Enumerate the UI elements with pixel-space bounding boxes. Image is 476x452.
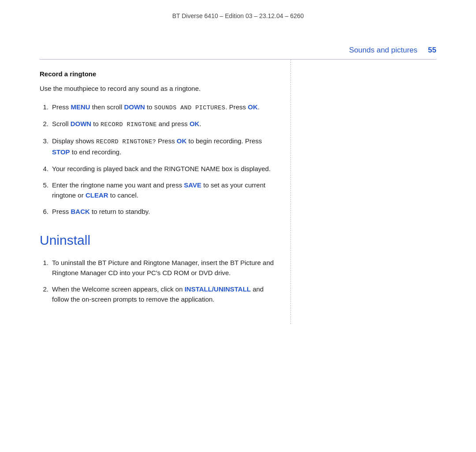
step-1-text: Press MENU then scroll DOWN to SOUNDS AN…	[52, 102, 277, 113]
section-title: Sounds and pictures	[349, 46, 417, 55]
step-5-text: Enter the ringtone name you want and pre…	[52, 180, 277, 201]
keyword-down-2: DOWN	[71, 120, 92, 127]
step-2-num: 2.	[40, 119, 48, 130]
uninstall-step-1-num: 1.	[40, 258, 48, 278]
step-3-text: Display shows RECORD RINGTONE? Press OK …	[52, 136, 277, 157]
step-4: 4. Your recording is played back and the…	[40, 164, 277, 174]
display-record-ringtone-q: RECORD RINGTONE?	[96, 138, 156, 145]
uninstall-step-1-text: To uninstall the BT Picture and Ringtone…	[52, 258, 277, 278]
uninstall-steps: 1. To uninstall the BT Picture and Ringt…	[40, 258, 277, 305]
page-header: BT Diverse 6410 – Edition 03 – 23.12.04 …	[0, 0, 476, 19]
step-4-text: Your recording is played back and the RI…	[52, 164, 277, 174]
keyword-clear: CLEAR	[86, 191, 108, 199]
display-sounds-pictures: SOUNDS AND PICTURES	[154, 105, 226, 111]
keyword-save: SAVE	[184, 181, 201, 189]
step-1: 1. Press MENU then scroll DOWN to SOUNDS…	[40, 102, 277, 113]
step-2-text: Scroll DOWN to RECORD RINGTONE and press…	[52, 119, 277, 130]
record-ringtone-heading: Record a ringtone	[40, 70, 277, 78]
keyword-ok-1: OK	[248, 103, 258, 111]
step-1-num: 1.	[40, 102, 48, 113]
section-title-bar: Sounds and pictures 55	[0, 19, 476, 55]
keyword-back: BACK	[71, 208, 90, 215]
step-2: 2. Scroll DOWN to RECORD RINGTONE and pr…	[40, 119, 277, 130]
header-title: BT Diverse 6410 – Edition 03 – 23.12.04 …	[172, 12, 304, 19]
step-6-text: Press BACK to return to standby.	[52, 206, 277, 217]
keyword-down-1: DOWN	[124, 103, 145, 111]
step-3-num: 3.	[40, 136, 48, 157]
keyword-ok-3: OK	[177, 137, 187, 145]
uninstall-step-1: 1. To uninstall the BT Picture and Ringt…	[40, 258, 277, 278]
step-5: 5. Enter the ringtone name you want and …	[40, 180, 277, 201]
keyword-stop: STOP	[52, 148, 70, 156]
uninstall-step-2-num: 2.	[40, 284, 48, 305]
content-layout: Record a ringtone Use the mouthpiece to …	[40, 60, 436, 324]
step-6: 6. Press BACK to return to standby.	[40, 206, 277, 217]
record-ringtone-steps: 1. Press MENU then scroll DOWN to SOUNDS…	[40, 102, 277, 217]
keyword-ok-2: OK	[190, 120, 200, 127]
keyword-menu: MENU	[71, 103, 90, 111]
step-4-num: 4.	[40, 164, 48, 174]
record-ringtone-intro: Use the mouthpiece to record any sound a…	[40, 84, 277, 94]
page-container: BT Diverse 6410 – Edition 03 – 23.12.04 …	[0, 0, 476, 452]
uninstall-step-2-text: When the Welcome screen appears, click o…	[52, 284, 277, 305]
step-5-num: 5.	[40, 180, 48, 201]
step-6-num: 6.	[40, 206, 48, 217]
main-column: Record a ringtone Use the mouthpiece to …	[40, 60, 291, 324]
step-3: 3. Display shows RECORD RINGTONE? Press …	[40, 136, 277, 157]
display-record-ringtone: RECORD RINGTONE	[100, 121, 157, 128]
uninstall-heading: Uninstall	[40, 233, 277, 248]
uninstall-step-2: 2. When the Welcome screen appears, clic…	[40, 284, 277, 305]
side-column	[291, 60, 436, 324]
page-number: 55	[428, 46, 436, 55]
keyword-install-uninstall: INSTALL/UNINSTALL	[185, 285, 251, 293]
